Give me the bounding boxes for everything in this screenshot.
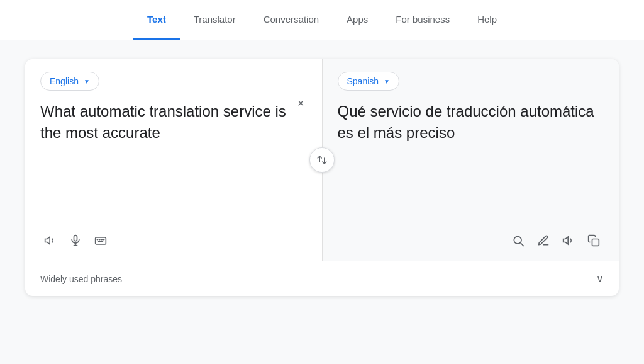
translator-card: English ▼ × What automatic translation s… — [25, 59, 619, 296]
svg-marker-0 — [45, 237, 50, 244]
source-actions — [40, 225, 307, 251]
target-text: Qué servicio de traducción automática es… — [338, 101, 604, 218]
target-copy-button[interactable] — [584, 230, 604, 251]
nav-item-for-business[interactable]: For business — [382, 0, 464, 40]
clear-button[interactable]: × — [295, 94, 307, 113]
nav-item-conversation[interactable]: Conversation — [250, 0, 333, 40]
nav-label-text: Text — [147, 14, 166, 25]
target-language-selector[interactable]: Spanish ▼ — [338, 72, 400, 91]
svg-rect-1 — [74, 236, 77, 241]
source-language-label: English — [50, 76, 79, 86]
source-language-selector[interactable]: English ▼ — [40, 72, 99, 91]
source-text: What automatic translation service is th… — [40, 101, 307, 218]
source-language-chevron-icon: ▼ — [84, 78, 90, 85]
widely-used-phrases-section[interactable]: Widely used phrases ∨ — [25, 261, 619, 296]
target-search-button[interactable] — [508, 230, 528, 251]
svg-rect-13 — [592, 239, 599, 246]
target-actions — [338, 225, 604, 251]
mic-icon — [69, 234, 82, 247]
nav-label-apps: Apps — [347, 14, 368, 25]
target-panel: Spanish ▼ Qué servicio de traducción aut… — [322, 59, 619, 261]
svg-rect-4 — [96, 237, 106, 244]
translator-panels: English ▼ × What automatic translation s… — [25, 59, 619, 261]
target-speaker-icon — [562, 234, 575, 247]
swap-icon — [316, 154, 328, 166]
nav-item-apps[interactable]: Apps — [333, 0, 382, 40]
target-language-label: Spanish — [347, 76, 379, 86]
swap-languages-button[interactable] — [309, 147, 335, 173]
keyboard-icon — [94, 234, 107, 247]
nav-item-translator[interactable]: Translator — [180, 0, 250, 40]
nav-item-text[interactable]: Text — [133, 0, 180, 40]
svg-marker-12 — [564, 237, 569, 244]
speaker-icon — [44, 234, 57, 247]
source-keyboard-button[interactable] — [91, 230, 111, 251]
nav-label-for-business: For business — [396, 14, 450, 25]
phrases-chevron-icon: ∨ — [596, 273, 604, 285]
source-panel: English ▼ × What automatic translation s… — [25, 59, 322, 261]
edit-icon — [537, 234, 550, 247]
svg-line-11 — [521, 243, 524, 246]
main-content: English ▼ × What automatic translation s… — [0, 40, 644, 315]
search-icon — [512, 234, 525, 247]
source-speak-button[interactable] — [40, 230, 60, 251]
target-language-chevron-icon: ▼ — [384, 78, 390, 85]
target-edit-button[interactable] — [533, 230, 553, 251]
nav-label-help: Help — [477, 14, 497, 25]
source-mic-button[interactable] — [65, 230, 86, 251]
nav-label-translator: Translator — [194, 14, 236, 25]
nav-label-conversation: Conversation — [264, 14, 319, 25]
nav-item-help[interactable]: Help — [464, 0, 511, 40]
phrases-label: Widely used phrases — [40, 274, 122, 284]
copy-icon — [587, 234, 600, 247]
target-speak-button[interactable] — [558, 230, 579, 251]
navigation-bar: Text Translator Conversation Apps For bu… — [0, 0, 644, 40]
